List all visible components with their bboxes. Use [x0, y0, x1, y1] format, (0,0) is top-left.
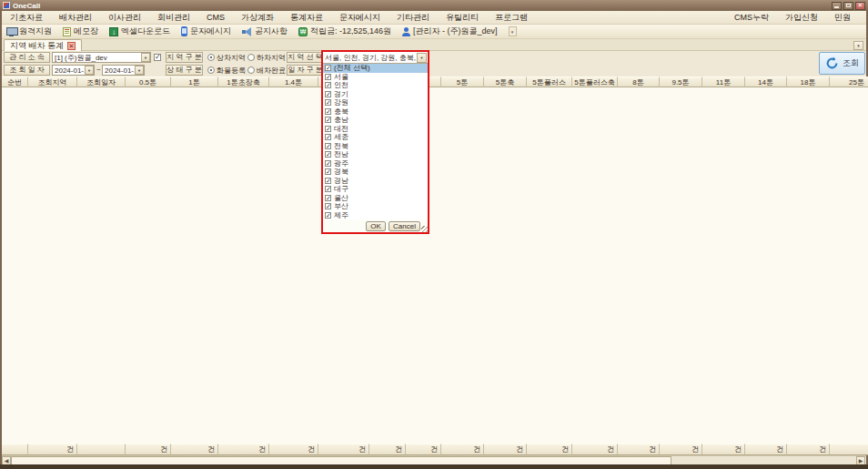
column-header[interactable]: 1톤초장축 — [218, 76, 269, 87]
toolbar-overflow-button[interactable]: ▾ — [509, 26, 517, 36]
menu-item[interactable]: 민원 — [826, 11, 859, 24]
memo-button[interactable]: 메모장 — [63, 25, 98, 37]
grid-body[interactable] — [2, 87, 868, 444]
date-to-picker[interactable]: 2024-01-19 ▼ — [102, 65, 145, 76]
column-header[interactable]: 11톤 — [702, 76, 745, 87]
column-header[interactable]: 조회지역 — [28, 76, 77, 87]
checkbox-checked-icon[interactable] — [325, 195, 331, 201]
radio-label: 상차지역 — [217, 53, 246, 63]
checkbox-checked-icon[interactable] — [325, 134, 331, 140]
radio-lower-region[interactable]: 하차지역 — [247, 52, 286, 63]
menu-item[interactable]: 이사관리 — [100, 11, 149, 24]
refresh-icon — [825, 56, 839, 70]
chevron-down-icon[interactable]: ▼ — [141, 53, 150, 62]
checkbox-checked-icon[interactable] — [325, 74, 331, 80]
footer-summary-cell — [77, 444, 126, 455]
radio-cargo-registered[interactable]: 화물등록 — [207, 65, 246, 76]
radio-dispatch-complete[interactable]: 배차완료 — [247, 65, 286, 76]
column-header[interactable]: 25톤 — [830, 76, 868, 87]
region-option[interactable]: 제주 — [323, 211, 428, 220]
tab-region-dispatch-stats[interactable]: 지역 배차 통계 — [4, 39, 82, 51]
checkbox-checked-icon[interactable] — [325, 108, 331, 115]
radio-label: 하차지역 — [257, 53, 286, 63]
footer-summary-cell: 건 — [745, 444, 787, 455]
region-popup-buttons: OK Cancel — [323, 219, 428, 232]
column-header[interactable]: 5톤 — [441, 76, 484, 87]
checkbox-checked-icon[interactable] — [325, 82, 331, 88]
menu-item[interactable]: 유틸리티 — [438, 11, 487, 24]
menu-item[interactable]: 가입신청 — [777, 11, 826, 24]
column-header[interactable]: 0.5톤 — [126, 76, 171, 87]
resize-grip-icon[interactable] — [421, 226, 428, 232]
checkbox-checked-icon[interactable] — [325, 151, 331, 158]
notice-button[interactable]: 공지사항 — [242, 25, 288, 37]
column-header[interactable]: 5톤축 — [484, 76, 527, 87]
radio-upper-region[interactable]: 상차지역 — [207, 52, 246, 63]
checkbox-checked-icon[interactable] — [325, 160, 331, 167]
points-indicator: 적립금: -12,525,146원 — [298, 25, 391, 37]
sms-button[interactable]: 문자메시지 — [181, 25, 231, 37]
tab-close-icon[interactable] — [67, 42, 76, 50]
region-type-button[interactable]: 지 역 구 분 — [166, 52, 203, 63]
horizontal-scrollbar[interactable]: ◀ ▶ — [2, 455, 866, 464]
checkbox-checked-icon[interactable] — [325, 91, 331, 97]
points-icon — [298, 27, 308, 36]
region-select-button[interactable]: 지 역 선 택 — [287, 52, 324, 63]
menu-item[interactable]: 프로그램 — [487, 11, 536, 24]
chevron-down-icon[interactable]: ▼ — [135, 66, 144, 75]
column-header[interactable]: 8톤 — [618, 76, 660, 87]
date-type-button[interactable]: 일 자 구 분 — [287, 65, 324, 76]
company-checkbox[interactable] — [154, 54, 161, 61]
cancel-button[interactable]: Cancel — [389, 221, 420, 231]
query-date-button[interactable]: 조 회 일 자 — [4, 65, 50, 76]
footer-summary-cell: 건 — [830, 444, 868, 455]
manage-affiliation-button[interactable]: 관 리 소 속 — [4, 52, 50, 63]
maximize-button[interactable] — [843, 2, 853, 10]
close-button[interactable] — [855, 2, 865, 10]
excel-download-button[interactable]: 엑셀다운로드 — [109, 25, 170, 37]
ok-button[interactable]: OK — [366, 221, 386, 231]
column-header[interactable]: 14톤 — [745, 76, 787, 87]
region-combo[interactable]: 서울, 인천, 경기, 강원, 충북, .. ▼ — [323, 52, 428, 64]
menu-items: 기초자료배차관리이사관리회비관리CMS가상계좌통계자료문자메시지기타관리유틸리티… — [2, 11, 536, 24]
menu-item[interactable]: 문자메시지 — [331, 11, 389, 24]
menu-item[interactable]: 기타관리 — [389, 11, 438, 24]
checkbox-checked-icon[interactable] — [325, 126, 331, 132]
notice-icon — [242, 27, 252, 36]
column-header[interactable]: 9.5톤 — [660, 76, 702, 87]
remote-support-button[interactable]: 원격지원 — [6, 25, 52, 37]
company-combo[interactable]: [1] (주)원콜_dev ▼ — [52, 52, 151, 63]
column-header[interactable]: 1톤 — [171, 76, 218, 87]
footer-summary-cell: 건 — [572, 444, 618, 455]
column-header[interactable]: 순번 — [2, 76, 28, 87]
checkbox-checked-icon[interactable] — [325, 143, 331, 149]
column-header[interactable]: 5톤플러스 — [527, 76, 572, 87]
column-header[interactable]: 1.4톤 — [269, 76, 318, 87]
column-header[interactable]: 5톤플러스축 — [572, 76, 618, 87]
tab-list-dropdown-button[interactable]: ▾ — [853, 41, 863, 50]
chevron-down-icon[interactable]: ▼ — [85, 66, 94, 75]
checkbox-checked-icon[interactable] — [325, 178, 331, 184]
checkbox-checked-icon[interactable] — [325, 117, 331, 123]
column-header[interactable]: 18톤 — [787, 76, 830, 87]
checkbox-checked-icon[interactable] — [325, 186, 331, 192]
chevron-down-icon[interactable]: ▼ — [417, 53, 427, 63]
checkbox-checked-icon[interactable] — [325, 168, 331, 175]
minimize-button[interactable] — [832, 2, 842, 10]
menu-item[interactable]: 가상계좌 — [233, 11, 282, 24]
checkbox-checked-icon[interactable] — [325, 65, 331, 71]
footer-summary-cell: 건 — [441, 444, 484, 455]
menu-item[interactable]: 배차관리 — [51, 11, 100, 24]
menu-item[interactable]: CMS누락 — [726, 11, 777, 24]
column-header[interactable]: 조회일자 — [77, 76, 126, 87]
checkbox-checked-icon[interactable] — [325, 203, 331, 209]
checkbox-checked-icon[interactable] — [325, 99, 331, 106]
checkbox-checked-icon[interactable] — [325, 212, 331, 219]
menu-item[interactable]: 기초자료 — [2, 11, 51, 24]
date-from-picker[interactable]: 2024-01-19 ▼ — [52, 65, 95, 76]
search-button[interactable]: 조회 — [819, 52, 865, 75]
status-type-button[interactable]: 상 태 구 분 — [166, 65, 203, 76]
menu-item[interactable]: 회비관리 — [149, 11, 198, 24]
menu-item[interactable]: 통계자료 — [282, 11, 331, 24]
menu-item[interactable]: CMS — [198, 11, 233, 24]
